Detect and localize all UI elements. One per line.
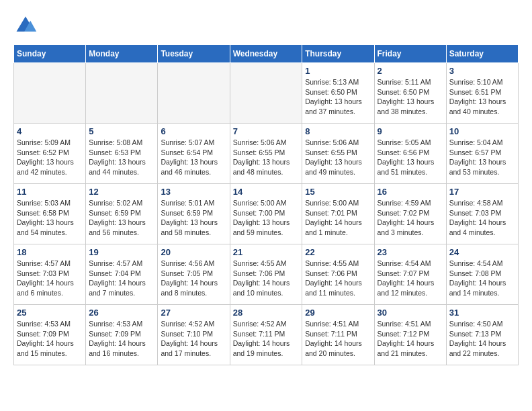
day-number: 13 xyxy=(161,187,226,197)
weekday-header: Sunday xyxy=(14,45,86,63)
calendar-cell: 12Sunrise: 5:02 AM Sunset: 6:59 PM Dayli… xyxy=(86,184,158,244)
calendar-cell: 28Sunrise: 4:52 AM Sunset: 7:11 PM Dayli… xyxy=(230,305,302,365)
calendar-cell xyxy=(86,63,158,124)
weekday-header: Wednesday xyxy=(230,45,302,63)
calendar-week-row: 25Sunrise: 4:53 AM Sunset: 7:09 PM Dayli… xyxy=(14,305,519,365)
day-info: Sunrise: 4:58 AM Sunset: 7:03 PM Dayligh… xyxy=(449,198,515,238)
day-number: 19 xyxy=(89,247,154,257)
day-info: Sunrise: 5:02 AM Sunset: 6:59 PM Dayligh… xyxy=(89,198,154,238)
day-info: Sunrise: 4:51 AM Sunset: 7:12 PM Dayligh… xyxy=(378,319,443,359)
calendar-cell: 31Sunrise: 4:50 AM Sunset: 7:13 PM Dayli… xyxy=(446,305,518,365)
day-info: Sunrise: 4:57 AM Sunset: 7:04 PM Dayligh… xyxy=(89,259,154,298)
day-number: 16 xyxy=(378,187,443,197)
day-info: Sunrise: 5:08 AM Sunset: 6:53 PM Dayligh… xyxy=(89,138,154,177)
header xyxy=(13,13,519,38)
calendar-cell xyxy=(158,63,230,124)
day-info: Sunrise: 5:10 AM Sunset: 6:51 PM Dayligh… xyxy=(449,77,515,117)
day-info: Sunrise: 5:06 AM Sunset: 6:55 PM Dayligh… xyxy=(305,138,371,177)
day-number: 24 xyxy=(449,247,515,257)
calendar-cell: 19Sunrise: 4:57 AM Sunset: 7:04 PM Dayli… xyxy=(86,244,158,305)
day-info: Sunrise: 5:11 AM Sunset: 6:50 PM Dayligh… xyxy=(378,77,443,117)
day-info: Sunrise: 5:00 AM Sunset: 7:01 PM Dayligh… xyxy=(305,198,371,238)
day-number: 30 xyxy=(378,308,443,318)
day-info: Sunrise: 4:53 AM Sunset: 7:09 PM Dayligh… xyxy=(89,319,154,359)
calendar-cell: 18Sunrise: 4:57 AM Sunset: 7:03 PM Dayli… xyxy=(14,244,86,305)
day-number: 23 xyxy=(378,247,443,257)
calendar-cell: 29Sunrise: 4:51 AM Sunset: 7:11 PM Dayli… xyxy=(302,305,374,365)
day-info: Sunrise: 5:04 AM Sunset: 6:57 PM Dayligh… xyxy=(449,138,515,177)
day-info: Sunrise: 4:52 AM Sunset: 7:11 PM Dayligh… xyxy=(233,319,300,359)
day-number: 28 xyxy=(233,308,300,318)
day-number: 2 xyxy=(378,66,443,76)
calendar-cell: 21Sunrise: 4:55 AM Sunset: 7:06 PM Dayli… xyxy=(230,244,302,305)
day-number: 3 xyxy=(449,66,515,76)
calendar-cell xyxy=(230,63,302,124)
day-number: 14 xyxy=(233,187,300,197)
day-info: Sunrise: 4:55 AM Sunset: 7:06 PM Dayligh… xyxy=(305,259,371,298)
day-info: Sunrise: 4:57 AM Sunset: 7:03 PM Dayligh… xyxy=(17,259,83,298)
weekday-header: Thursday xyxy=(302,45,374,63)
calendar-cell: 26Sunrise: 4:53 AM Sunset: 7:09 PM Dayli… xyxy=(86,305,158,365)
day-info: Sunrise: 5:13 AM Sunset: 6:50 PM Dayligh… xyxy=(305,77,371,117)
calendar-cell: 5Sunrise: 5:08 AM Sunset: 6:53 PM Daylig… xyxy=(86,124,158,184)
day-info: Sunrise: 4:51 AM Sunset: 7:11 PM Dayligh… xyxy=(305,319,371,359)
day-info: Sunrise: 5:06 AM Sunset: 6:55 PM Dayligh… xyxy=(233,138,300,177)
day-number: 20 xyxy=(161,247,226,257)
calendar-cell: 7Sunrise: 5:06 AM Sunset: 6:55 PM Daylig… xyxy=(230,124,302,184)
day-info: Sunrise: 4:55 AM Sunset: 7:06 PM Dayligh… xyxy=(233,259,300,298)
day-number: 1 xyxy=(305,66,371,76)
day-info: Sunrise: 5:05 AM Sunset: 6:56 PM Dayligh… xyxy=(378,138,443,177)
calendar-cell: 4Sunrise: 5:09 AM Sunset: 6:52 PM Daylig… xyxy=(14,124,86,184)
calendar-cell: 23Sunrise: 4:54 AM Sunset: 7:07 PM Dayli… xyxy=(374,244,446,305)
calendar-cell: 16Sunrise: 4:59 AM Sunset: 7:02 PM Dayli… xyxy=(374,184,446,244)
calendar-cell: 22Sunrise: 4:55 AM Sunset: 7:06 PM Dayli… xyxy=(302,244,374,305)
day-number: 22 xyxy=(305,247,371,257)
calendar-cell: 20Sunrise: 4:56 AM Sunset: 7:05 PM Dayli… xyxy=(158,244,230,305)
day-number: 21 xyxy=(233,247,300,257)
day-number: 15 xyxy=(305,187,371,197)
calendar-cell: 30Sunrise: 4:51 AM Sunset: 7:12 PM Dayli… xyxy=(374,305,446,365)
calendar-cell xyxy=(14,63,86,124)
day-info: Sunrise: 4:53 AM Sunset: 7:09 PM Dayligh… xyxy=(17,319,83,359)
weekday-header: Saturday xyxy=(446,45,518,63)
day-number: 5 xyxy=(89,126,154,136)
logo-icon xyxy=(13,13,38,38)
day-number: 17 xyxy=(449,187,515,197)
calendar-cell: 15Sunrise: 5:00 AM Sunset: 7:01 PM Dayli… xyxy=(302,184,374,244)
day-number: 26 xyxy=(89,308,154,318)
day-info: Sunrise: 5:07 AM Sunset: 6:54 PM Dayligh… xyxy=(161,138,226,177)
calendar-cell: 17Sunrise: 4:58 AM Sunset: 7:03 PM Dayli… xyxy=(446,184,518,244)
day-info: Sunrise: 4:54 AM Sunset: 7:08 PM Dayligh… xyxy=(449,259,515,298)
day-number: 12 xyxy=(89,187,154,197)
day-number: 10 xyxy=(449,126,515,136)
calendar-cell: 8Sunrise: 5:06 AM Sunset: 6:55 PM Daylig… xyxy=(302,124,374,184)
weekday-header: Friday xyxy=(374,45,446,63)
day-info: Sunrise: 4:59 AM Sunset: 7:02 PM Dayligh… xyxy=(378,198,443,238)
calendar-week-row: 4Sunrise: 5:09 AM Sunset: 6:52 PM Daylig… xyxy=(14,124,519,184)
day-number: 31 xyxy=(449,308,515,318)
day-number: 6 xyxy=(161,126,226,136)
calendar-cell: 10Sunrise: 5:04 AM Sunset: 6:57 PM Dayli… xyxy=(446,124,518,184)
weekday-header: Monday xyxy=(86,45,158,63)
calendar-cell: 1Sunrise: 5:13 AM Sunset: 6:50 PM Daylig… xyxy=(302,63,374,124)
day-number: 4 xyxy=(17,126,83,136)
day-number: 25 xyxy=(17,308,83,318)
day-info: Sunrise: 4:50 AM Sunset: 7:13 PM Dayligh… xyxy=(449,319,515,359)
logo xyxy=(13,13,40,38)
weekday-header-row: SundayMondayTuesdayWednesdayThursdayFrid… xyxy=(14,45,519,63)
day-info: Sunrise: 4:54 AM Sunset: 7:07 PM Dayligh… xyxy=(378,259,443,298)
day-number: 11 xyxy=(17,187,83,197)
day-info: Sunrise: 5:01 AM Sunset: 6:59 PM Dayligh… xyxy=(161,198,226,238)
day-info: Sunrise: 5:03 AM Sunset: 6:58 PM Dayligh… xyxy=(17,198,83,238)
calendar-cell: 6Sunrise: 5:07 AM Sunset: 6:54 PM Daylig… xyxy=(158,124,230,184)
day-number: 8 xyxy=(305,126,371,136)
day-number: 7 xyxy=(233,126,300,136)
calendar: SundayMondayTuesdayWednesdayThursdayFrid… xyxy=(13,44,519,365)
calendar-week-row: 18Sunrise: 4:57 AM Sunset: 7:03 PM Dayli… xyxy=(14,244,519,305)
day-number: 29 xyxy=(305,308,371,318)
calendar-cell: 24Sunrise: 4:54 AM Sunset: 7:08 PM Dayli… xyxy=(446,244,518,305)
calendar-cell: 27Sunrise: 4:52 AM Sunset: 7:10 PM Dayli… xyxy=(158,305,230,365)
calendar-cell: 25Sunrise: 4:53 AM Sunset: 7:09 PM Dayli… xyxy=(14,305,86,365)
day-info: Sunrise: 5:00 AM Sunset: 7:00 PM Dayligh… xyxy=(233,198,300,238)
calendar-week-row: 11Sunrise: 5:03 AM Sunset: 6:58 PM Dayli… xyxy=(14,184,519,244)
